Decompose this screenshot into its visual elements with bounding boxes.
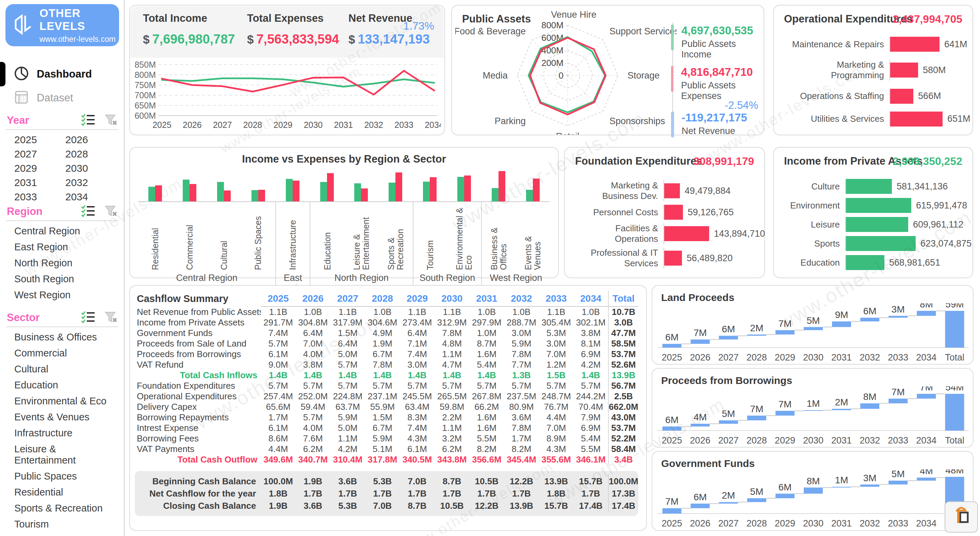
- sector-option[interactable]: Residential: [10, 484, 119, 500]
- year-column-header[interactable]: 2026: [296, 291, 331, 306]
- table-row: Income from Private Assets291.7M304.8M31…: [135, 317, 638, 328]
- year-option[interactable]: 2025: [10, 133, 61, 146]
- group-lower: EducationLeisure & EntertainmentSports &…: [310, 202, 413, 294]
- svg-text:0: 0: [559, 70, 563, 81]
- table-row: Proceeds from Sale of Land5.7M7.0M6.4M1.…: [135, 338, 638, 349]
- year-column-header[interactable]: 2029: [400, 291, 434, 306]
- sector-option[interactable]: Infrastructure: [10, 425, 119, 441]
- cell-value: 355.6M: [539, 454, 574, 465]
- svg-text:800M: 800M: [541, 20, 563, 30]
- table-row: Total Cash Outflow349.6M340.7M310.4M317.…: [135, 454, 638, 465]
- expense-bar: [224, 190, 231, 201]
- cell-value: 273.4M: [400, 317, 434, 328]
- net-revenue-pct: -2.54%: [725, 99, 758, 111]
- cell-value: 7.0M: [296, 338, 331, 349]
- clipboard-button[interactable]: [945, 501, 978, 533]
- table-row: Borrowing Repayments1.7M5.7M5.9M1.5M8.3M…: [135, 412, 638, 423]
- bar-area: 580M: [889, 60, 967, 81]
- year-column-header[interactable]: 2027: [331, 291, 365, 306]
- select-all-checklist-icon[interactable]: [81, 310, 95, 325]
- region-option[interactable]: South Region: [10, 271, 119, 287]
- year-option[interactable]: 2034: [61, 190, 112, 203]
- year-column-header[interactable]: 2028: [365, 291, 400, 306]
- cell-value: 7.9M: [574, 412, 608, 423]
- cell-value: 1.4B: [261, 370, 296, 381]
- year-option[interactable]: 2029: [10, 162, 61, 175]
- row-label: Government Funds: [135, 328, 261, 338]
- region-filter-list: Central RegionEast RegionNorth RegionSou…: [10, 223, 119, 303]
- year-column-header[interactable]: 2033: [539, 291, 574, 306]
- svg-text:6M: 6M: [863, 306, 877, 316]
- sector-filter-header: Sector: [7, 310, 118, 325]
- income-bar: [251, 190, 258, 201]
- clear-filter-icon[interactable]: [104, 310, 118, 325]
- table-header-row: Cashflow Summary202520262027202820292030…: [135, 291, 638, 306]
- year-option[interactable]: 2028: [61, 147, 112, 160]
- svg-text:2033: 2033: [395, 120, 414, 130]
- proceeds-borrowings-chart: 6M20254M20265M20277M20287M20291M20302M20…: [658, 386, 969, 447]
- row-total: 2.5B: [608, 391, 638, 402]
- cell-value: 8.7M: [469, 338, 504, 349]
- year-option[interactable]: 2032: [61, 176, 112, 189]
- year-option[interactable]: 2031: [10, 176, 61, 189]
- svg-text:6M: 6M: [694, 492, 707, 502]
- sector-labels-row: EducationLeisure & EntertainmentSports &…: [310, 202, 413, 270]
- year-column-header[interactable]: 2031: [469, 291, 504, 306]
- kpi-value: 4,697,630,535: [681, 24, 762, 37]
- clear-filter-icon[interactable]: [104, 113, 118, 128]
- sidebar-item-dataset[interactable]: Dataset: [0, 87, 124, 109]
- sector-option[interactable]: Commercial: [10, 345, 119, 361]
- land-proceeds-chart: 6M20257M20266M20272M20287M20295M20309M20…: [658, 303, 969, 364]
- sector-option[interactable]: Sports & Recreation: [10, 500, 119, 516]
- cell-value: 7.7M: [504, 360, 539, 370]
- sector-option[interactable]: Tourism: [10, 516, 119, 532]
- cell-value: 6.9M: [574, 423, 608, 433]
- year-option[interactable]: 2026: [61, 133, 112, 146]
- cell-value: 8.2M: [504, 444, 539, 454]
- sector-option[interactable]: Business & Offices: [10, 329, 119, 345]
- row-label: Borrowing Fees: [135, 433, 261, 444]
- sector-option[interactable]: Leisure & Entertainment: [10, 441, 119, 468]
- row-total: 58.5M: [608, 338, 638, 349]
- sector-label: Leisure & Entertainment: [352, 205, 371, 270]
- year-option[interactable]: 2030: [61, 162, 112, 175]
- sector-label-slot: Infrastructure: [276, 202, 310, 270]
- year-option[interactable]: 2033: [10, 190, 61, 203]
- region-option[interactable]: East Region: [10, 239, 119, 255]
- year-option[interactable]: 2027: [10, 147, 61, 160]
- select-all-checklist-icon[interactable]: [81, 204, 95, 219]
- sector-option[interactable]: Events & Venues: [10, 409, 119, 425]
- cell-value: 305.4M: [539, 317, 574, 328]
- bar-category-label: Maintenance & Repairs: [782, 39, 889, 50]
- cell-value: 7.4M: [400, 349, 434, 360]
- year-column-header[interactable]: 2030: [434, 291, 469, 306]
- svg-text:2032: 2032: [859, 518, 880, 528]
- table-row: Net Revenue from Public Assets1.1B1.0B1.…: [135, 306, 638, 317]
- cell-value: 340.5M: [400, 454, 434, 465]
- cell-value: 1.9B: [296, 475, 331, 487]
- region-option[interactable]: North Region: [10, 255, 119, 271]
- sector-label-slot: Sports & Recreation: [379, 202, 413, 270]
- sector-option[interactable]: Environmental & Eco: [10, 393, 119, 409]
- year-column-header[interactable]: 2034: [574, 291, 608, 306]
- year-column-header[interactable]: 2025: [261, 291, 296, 306]
- year-column-header[interactable]: 2032: [504, 291, 539, 306]
- clear-filter-icon[interactable]: [104, 204, 118, 219]
- sidebar-item-dashboard[interactable]: Dashboard: [0, 63, 124, 85]
- select-all-checklist-icon[interactable]: [81, 113, 95, 128]
- region-option[interactable]: West Region: [10, 287, 119, 303]
- cell-value: 5.7M: [539, 381, 574, 391]
- government-funds-chart: 7M20256M20262M20275M20286M20298M20301M20…: [658, 469, 969, 530]
- bar-area: 615,991,478: [845, 198, 967, 213]
- bar-pair: [172, 179, 207, 201]
- summary-row: Beginning Cash Balance100.0M1.9B3.6B5.3B…: [135, 475, 638, 487]
- sector-option[interactable]: Cultural: [10, 361, 119, 377]
- sector-option[interactable]: Public Spaces: [10, 468, 119, 484]
- cell-value: 3.0M: [400, 360, 434, 370]
- region-option[interactable]: Central Region: [10, 223, 119, 239]
- sector-option[interactable]: Education: [10, 377, 119, 393]
- private-assets-card: Income from Private Assets 2,999,350,252…: [773, 147, 973, 278]
- cell-value: 5.5M: [469, 433, 504, 444]
- income-bar: [286, 179, 293, 201]
- bar-value-label: 651M: [947, 114, 970, 124]
